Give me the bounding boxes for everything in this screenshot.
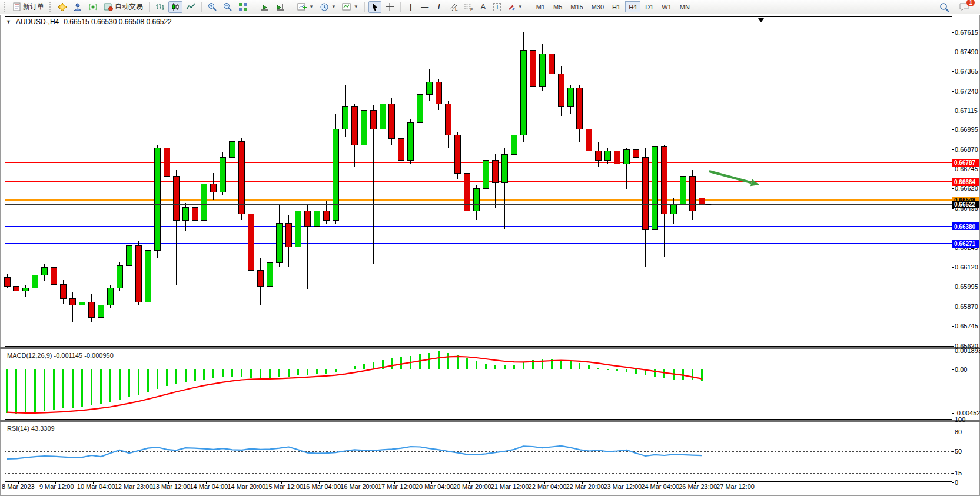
zoom-out-icon: [223, 2, 232, 11]
new-order-button[interactable]: 新订单: [10, 1, 46, 13]
macd-layer: [7, 351, 702, 414]
timeframe-button-w1[interactable]: W1: [658, 1, 675, 12]
svg-text:0.65870: 0.65870: [955, 303, 978, 310]
candlestick-mode-button[interactable]: [168, 1, 182, 13]
trendline-tool-button[interactable]: /: [433, 1, 446, 13]
cursor-tool-button[interactable]: [368, 1, 381, 13]
svg-text:22 Mar 20:00: 22 Mar 20:00: [566, 483, 604, 490]
toolbar-grip[interactable]: [4, 2, 7, 12]
channel-icon: E: [449, 2, 458, 11]
svg-text:0.66870: 0.66870: [955, 146, 978, 153]
svg-text:0.66120: 0.66120: [955, 264, 978, 271]
chart-window[interactable]: ▼ AUDUSD-,H4 0.66515 0.66530 0.66508 0.6…: [0, 15, 980, 496]
indicators-button[interactable]: ▼: [295, 1, 316, 13]
svg-text:0.66995: 0.66995: [955, 126, 978, 133]
zoom-out-button[interactable]: [221, 1, 235, 13]
svg-text:0.65995: 0.65995: [955, 283, 978, 290]
rsi-indicator-label: RSI(14) 43.3309: [7, 425, 55, 432]
svg-text:80: 80: [955, 428, 962, 435]
text-tool-button[interactable]: A: [477, 1, 490, 13]
svg-text:0.66664: 0.66664: [954, 179, 976, 185]
toolbar-grip2[interactable]: [49, 2, 52, 12]
periods-button[interactable]: ▼: [317, 1, 338, 13]
svg-text:10 Mar 04:00: 10 Mar 04:00: [77, 483, 115, 490]
clock-icon: [320, 2, 329, 11]
tile-windows-button[interactable]: [236, 1, 250, 13]
chart-shift-icon: [275, 2, 285, 11]
notification-count-badge: 1: [966, 0, 975, 6]
label-tool-box: T: [493, 3, 501, 11]
zoom-in-button[interactable]: [205, 1, 220, 13]
signals-button[interactable]: [86, 1, 100, 13]
macd-panel-frame: [5, 349, 952, 419]
one-click-trading-expander[interactable]: ▼: [6, 19, 11, 25]
vline-tool-button[interactable]: |: [404, 1, 417, 13]
chart-shift-button[interactable]: [273, 1, 287, 13]
line-chart-mode-button[interactable]: [184, 1, 198, 13]
svg-text:8 Mar 2023: 8 Mar 2023: [2, 483, 35, 490]
timeframe-button-mn[interactable]: MN: [676, 1, 693, 12]
price-axis: 0.676150.674900.673650.672400.671150.669…: [952, 29, 980, 487]
svg-text:16 Mar 20:00: 16 Mar 20:00: [340, 483, 378, 490]
timeframe-group: M1M5M15M30H1H4D1W1MN: [533, 1, 693, 12]
timeframe-button-m1[interactable]: M1: [533, 1, 549, 12]
svg-text:0.67615: 0.67615: [955, 29, 978, 36]
bar-chart-mode-button[interactable]: [153, 1, 167, 13]
auto-trading-button[interactable]: 自动交易: [101, 1, 145, 13]
svg-text:0.66787: 0.66787: [954, 159, 976, 166]
search-button[interactable]: [937, 1, 952, 13]
chart-title: ▼ AUDUSD-,H4 0.66515 0.66530 0.66508 0.6…: [6, 18, 172, 26]
templates-button[interactable]: ▼: [340, 1, 361, 13]
svg-text:15 Mar 12:00: 15 Mar 12:00: [265, 483, 303, 490]
time-axis: 8 Mar 20239 Mar 12:0010 Mar 04:0012 Mar …: [2, 481, 755, 490]
rsi-layer: [5, 432, 952, 474]
arrows-icon: [507, 3, 516, 11]
trend-arrow-annotation[interactable]: [709, 171, 759, 186]
symbol-timeframe-label: AUDUSD-,H4: [16, 18, 59, 26]
timeframe-button-m15[interactable]: M15: [567, 1, 586, 12]
profile-icon: [73, 2, 82, 11]
toolbar-separator: [149, 2, 150, 12]
ohlc-quote-label: 0.66515 0.66530 0.66508 0.66522: [64, 18, 172, 26]
svg-text:15: 15: [955, 470, 962, 477]
svg-text:0.66745: 0.66745: [955, 165, 978, 172]
line-chart-icon: [186, 2, 195, 11]
svg-text:20 Mar 04:00: 20 Mar 04:00: [416, 483, 454, 490]
hline-tool-button[interactable]: —: [418, 1, 431, 13]
timeframe-button-d1[interactable]: D1: [642, 1, 657, 12]
timeframe-button-h4[interactable]: H4: [625, 1, 640, 12]
fibonacci-icon: F: [464, 2, 473, 11]
notifications-button[interactable]: 1: [956, 1, 972, 13]
svg-text:0.66620: 0.66620: [955, 185, 978, 192]
auto-trading-icon: [104, 2, 113, 11]
chart-surface[interactable]: 0.676150.674900.673650.672400.671150.669…: [0, 15, 980, 496]
crosshair-tool-button[interactable]: [383, 1, 397, 13]
crosshair-icon: [385, 2, 394, 11]
bar-chart-icon: [155, 2, 165, 11]
cursor-icon: [371, 2, 379, 11]
svg-text:21 Mar 12:00: 21 Mar 12:00: [491, 483, 529, 490]
text-label-tool-button[interactable]: T: [491, 1, 504, 13]
chart-shift-marker[interactable]: [758, 18, 764, 22]
svg-text:16 Mar 04:00: 16 Mar 04:00: [303, 483, 341, 490]
toolbar-separator: [364, 2, 365, 12]
svg-text:20 Mar 20:00: 20 Mar 20:00: [453, 483, 491, 490]
market-watch-button[interactable]: [55, 1, 69, 13]
auto-scroll-button[interactable]: [258, 1, 272, 13]
svg-text:0.67490: 0.67490: [955, 48, 978, 55]
svg-text:14 Mar 04:00: 14 Mar 04:00: [190, 483, 228, 490]
search-icon: [939, 2, 949, 12]
timeframe-button-m30[interactable]: M30: [588, 1, 607, 12]
new-order-label: 新订单: [23, 2, 44, 12]
channel-tool-button[interactable]: E: [447, 1, 460, 13]
arrows-tool-button[interactable]: ▼: [505, 1, 525, 13]
timeframe-button-m5[interactable]: M5: [550, 1, 566, 12]
accounts-button[interactable]: [71, 1, 85, 13]
fibonacci-tool-button[interactable]: F: [461, 1, 476, 13]
timeframe-button-h1[interactable]: H1: [609, 1, 624, 12]
auto-trading-label: 自动交易: [115, 2, 143, 12]
svg-text:0.65745: 0.65745: [955, 322, 978, 329]
svg-text:13 Mar 12:00: 13 Mar 12:00: [152, 483, 191, 490]
svg-text:100: 100: [955, 416, 965, 423]
svg-text:14 Mar 20:00: 14 Mar 20:00: [227, 483, 265, 490]
